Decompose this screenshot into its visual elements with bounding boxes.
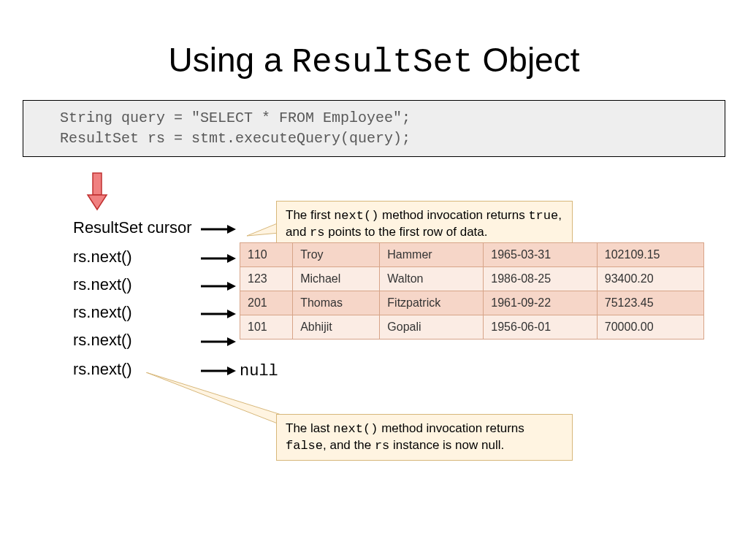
code-line-1: String query = "SELECT * FROM Employee";	[60, 108, 688, 129]
cell: 110	[240, 243, 293, 267]
cell: 75123.45	[597, 291, 703, 315]
arrow-icon	[201, 336, 236, 348]
svg-marker-14	[247, 223, 279, 236]
code-line-2: ResultSet rs = stmt.executeQuery(query);	[60, 129, 688, 149]
callout-text: The first	[286, 208, 334, 222]
cell: Abhijit	[293, 315, 380, 340]
rs-next-1: rs.next()	[73, 248, 132, 266]
svg-marker-5	[227, 254, 236, 263]
cell: Gopali	[380, 315, 484, 340]
down-arrow-icon	[86, 172, 108, 212]
callout-mono: false	[286, 439, 323, 453]
cell: 1986-08-25	[484, 267, 598, 291]
svg-marker-11	[227, 337, 236, 346]
cell: 1965-03-31	[484, 243, 598, 267]
cell: Walton	[380, 267, 484, 291]
rs-next-5: rs.next()	[73, 360, 132, 379]
employee-table: 110 Troy Hammer 1965-03-31 102109.15 123…	[240, 242, 704, 340]
title-post: Object	[473, 41, 580, 79]
cell: 1956-06-01	[484, 315, 598, 340]
svg-marker-15	[146, 372, 281, 425]
callout-text: points to the first row of data.	[325, 225, 488, 239]
svg-marker-7	[227, 282, 236, 291]
table-row: 110 Troy Hammer 1965-03-31 102109.15	[240, 243, 704, 267]
cursor-label: ResultSet cursor	[73, 218, 192, 237]
callout-mono: next()	[333, 422, 378, 436]
arrow-icon	[201, 223, 236, 235]
svg-marker-3	[227, 225, 236, 234]
rs-next-2: rs.next()	[73, 275, 132, 294]
callout-mono: next()	[334, 209, 378, 223]
cell: 93400.20	[597, 267, 703, 291]
cell: 101	[240, 315, 293, 340]
arrow-icon	[201, 253, 236, 264]
cell: 201	[240, 291, 293, 315]
callout-first-next: The first next() method invocation retur…	[276, 201, 573, 248]
rs-next-3: rs.next()	[73, 303, 132, 322]
callout-last-next: The last next() method invocation return…	[276, 414, 573, 461]
rs-next-4: rs.next()	[73, 331, 132, 350]
cell: 70000.00	[597, 315, 703, 340]
cell: 1961-09-22	[484, 291, 598, 315]
callout-text: method invocation returns	[378, 208, 528, 222]
table-row: 123 Michael Walton 1986-08-25 93400.20	[240, 267, 704, 291]
cell: Troy	[293, 243, 380, 267]
callout-text: instance is now null.	[389, 438, 504, 452]
callout-mono: rs	[310, 226, 324, 239]
cell: Thomas	[293, 291, 380, 315]
title-pre: Using a	[169, 41, 292, 79]
code-block: String query = "SELECT * FROM Employee";…	[23, 100, 725, 157]
callout-mono: rs	[375, 439, 389, 453]
callout-text: The last	[286, 421, 333, 435]
arrow-icon	[201, 280, 236, 292]
cell: Michael	[293, 267, 380, 291]
cell: 123	[240, 267, 293, 291]
cell: Hammer	[380, 243, 484, 267]
title-mono: ResultSet	[291, 44, 473, 82]
callout-mono: true	[528, 209, 558, 223]
svg-rect-0	[93, 173, 102, 195]
callout-tail-icon	[146, 372, 281, 430]
table-row: 101 Abhijit Gopali 1956-06-01 70000.00	[240, 315, 704, 340]
cell: Fitzpatrick	[380, 291, 484, 315]
cell: 102109.15	[597, 243, 703, 267]
callout-text: , and the	[323, 438, 375, 452]
arrow-icon	[201, 308, 236, 320]
svg-marker-1	[88, 195, 107, 210]
table-row: 201 Thomas Fitzpatrick 1961-09-22 75123.…	[240, 291, 704, 315]
slide-title: Using a ResultSet Object	[0, 40, 748, 82]
svg-marker-9	[227, 310, 236, 318]
callout-text: method invocation returns	[378, 421, 524, 435]
